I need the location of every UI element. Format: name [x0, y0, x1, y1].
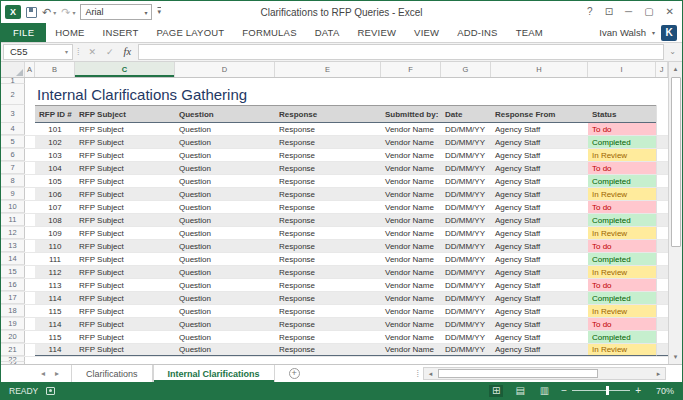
cell-status[interactable]: In Review	[588, 188, 656, 200]
cell-rfp-subject[interactable]: RFP Subject	[75, 240, 175, 252]
column-header-B[interactable]: B	[35, 62, 75, 77]
row-header-21[interactable]: 21	[1, 344, 25, 356]
cell-question[interactable]: Question	[175, 201, 275, 213]
cell-submitted-by[interactable]: Vendor Name	[381, 188, 441, 200]
cell-rfp-subject[interactable]: RFP Subject	[75, 188, 175, 200]
column-header-A[interactable]: A	[25, 62, 35, 77]
cell-response-from[interactable]: Agency Staff	[491, 123, 588, 135]
cell-rfp-subject[interactable]: RFP Subject	[75, 253, 175, 265]
cell-question[interactable]: Question	[175, 279, 275, 291]
header-status[interactable]: Status	[588, 105, 656, 123]
tab-view[interactable]: VIEW	[405, 23, 448, 42]
row-header-5[interactable]: 5	[1, 136, 25, 148]
tab-home[interactable]: HOME	[46, 23, 93, 42]
close-icon[interactable]: ✕	[666, 7, 674, 17]
cell-rfp-subject[interactable]: RFP Subject	[75, 136, 175, 148]
cell-rfp-subject[interactable]: RFP Subject	[75, 201, 175, 213]
cell-rfp-subject[interactable]: RFP Subject	[75, 162, 175, 174]
row-header-12[interactable]: 12	[1, 227, 25, 239]
row-header-17[interactable]: 17	[1, 292, 25, 304]
save-icon[interactable]	[26, 7, 37, 18]
column-header-G[interactable]: G	[441, 62, 491, 77]
horizontal-scroll-thumb[interactable]	[438, 369, 598, 378]
cell-submitted-by[interactable]: Vendor Name	[381, 266, 441, 278]
strip-divider-icon[interactable]: ⁞	[416, 369, 419, 379]
cell-a2[interactable]	[25, 84, 35, 105]
row-header-3[interactable]: 3	[1, 105, 25, 123]
cell-submitted-by[interactable]: Vendor Name	[381, 201, 441, 213]
prev-sheet-icon[interactable]: ◂	[41, 369, 45, 378]
cell-submitted-by[interactable]: Vendor Name	[381, 123, 441, 135]
cell-rfp-subject[interactable]: RFP Subject	[75, 331, 175, 343]
cell-rfp-id[interactable]: 108	[35, 214, 75, 226]
cell-rfp-subject[interactable]: RFP Subject	[75, 214, 175, 226]
cell-submitted-by[interactable]: Vendor Name	[381, 149, 441, 161]
row-header-18[interactable]: 18	[1, 305, 25, 317]
row-header-10[interactable]: 10	[1, 201, 25, 213]
scroll-right-icon[interactable]: ▸	[652, 368, 665, 379]
cell-a[interactable]	[25, 188, 35, 200]
font-name-dropdown[interactable]: Arial▾	[80, 4, 152, 20]
row-header-4[interactable]: 4	[1, 123, 25, 135]
cell-date[interactable]: DD/MM/YY	[441, 331, 491, 343]
cell-rfp-id[interactable]: 104	[35, 162, 75, 174]
cell-question[interactable]: Question	[175, 318, 275, 330]
cell-response[interactable]: Response	[275, 318, 381, 330]
column-header-H[interactable]: H	[491, 62, 588, 77]
column-header-D[interactable]: D	[175, 62, 275, 77]
cell-response-from[interactable]: Agency Staff	[491, 266, 588, 278]
cell-date[interactable]: DD/MM/YY	[441, 227, 491, 239]
cell-rfp-subject[interactable]: RFP Subject	[75, 123, 175, 135]
macro-record-icon[interactable]	[46, 387, 55, 395]
cell-date[interactable]: DD/MM/YY	[441, 123, 491, 135]
cell-rfp-subject[interactable]: RFP Subject	[75, 292, 175, 304]
cell-status[interactable]: To do	[588, 201, 656, 213]
cell-tail[interactable]	[656, 331, 668, 343]
cell-submitted-by[interactable]: Vendor Name	[381, 136, 441, 148]
header-response[interactable]: Response	[275, 105, 381, 123]
customize-qat-icon[interactable]: ▾	[157, 8, 161, 16]
cell-response-from[interactable]: Agency Staff	[491, 201, 588, 213]
cell-status[interactable]: In Review	[588, 227, 656, 239]
row-header-20[interactable]: 20	[1, 331, 25, 343]
cell-submitted-by[interactable]: Vendor Name	[381, 331, 441, 343]
cell-response-from[interactable]: Agency Staff	[491, 331, 588, 343]
column-header-E[interactable]: E	[275, 62, 381, 77]
enter-icon[interactable]: ✓	[101, 47, 119, 57]
cell-tail[interactable]	[656, 175, 668, 187]
name-box-dropdown-icon[interactable]: ▾	[65, 48, 72, 55]
cell-rfp-subject[interactable]: RFP Subject	[75, 279, 175, 291]
vertical-scrollbar[interactable]: ▴ ▾	[668, 62, 682, 364]
tab-file[interactable]: FILE	[1, 23, 46, 42]
cell-rfp-id[interactable]: 102	[35, 136, 75, 148]
cell-rfp-id[interactable]: 109	[35, 227, 75, 239]
cell-response[interactable]: Response	[275, 188, 381, 200]
cell-a[interactable]	[25, 240, 35, 252]
cell-date[interactable]: DD/MM/YY	[441, 253, 491, 265]
header-date[interactable]: Date	[441, 105, 491, 123]
vertical-scroll-thumb[interactable]	[671, 77, 681, 247]
cell-date[interactable]: DD/MM/YY	[441, 292, 491, 304]
cell-question[interactable]: Question	[175, 162, 275, 174]
cell-response[interactable]: Response	[275, 214, 381, 226]
cell-tail[interactable]	[656, 292, 668, 304]
cell-rfp-id[interactable]: 106	[35, 188, 75, 200]
cell-question[interactable]: Question	[175, 266, 275, 278]
cell-tail[interactable]	[656, 227, 668, 239]
cell-status[interactable]: Completed	[588, 292, 656, 304]
new-sheet-button[interactable]: +	[275, 365, 314, 382]
cell-response-from[interactable]: Agency Staff	[491, 227, 588, 239]
cell-question[interactable]: Question	[175, 292, 275, 304]
cell-question[interactable]: Question	[175, 240, 275, 252]
cell-submitted-by[interactable]: Vendor Name	[381, 292, 441, 304]
maximize-icon[interactable]: ▢	[644, 7, 653, 17]
cell-submitted-by[interactable]: Vendor Name	[381, 175, 441, 187]
cell-rfp-id[interactable]: 112	[35, 266, 75, 278]
cancel-icon[interactable]: ✕	[84, 47, 102, 57]
tab-data[interactable]: DATA	[306, 23, 349, 42]
cell-response-from[interactable]: Agency Staff	[491, 305, 588, 317]
cell-status[interactable]: In Review	[588, 344, 656, 356]
row-header-2[interactable]: 2	[1, 84, 25, 105]
cell-status[interactable]: To do	[588, 123, 656, 135]
cell-rfp-id[interactable]: 115	[35, 331, 75, 343]
